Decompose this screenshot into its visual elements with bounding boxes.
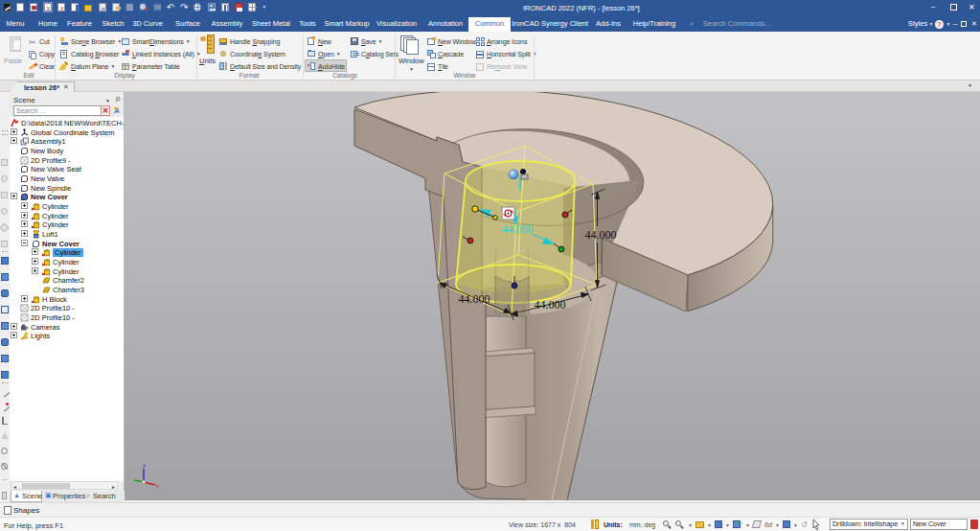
- svg-text:44.000: 44.000: [535, 298, 566, 312]
- svg-text:44.000: 44.000: [502, 222, 534, 236]
- svg-text:44.000: 44.000: [585, 228, 617, 242]
- svg-text:x: x: [156, 483, 159, 489]
- svg-text:z: z: [143, 463, 146, 469]
- svg-text:44.000: 44.000: [459, 292, 490, 306]
